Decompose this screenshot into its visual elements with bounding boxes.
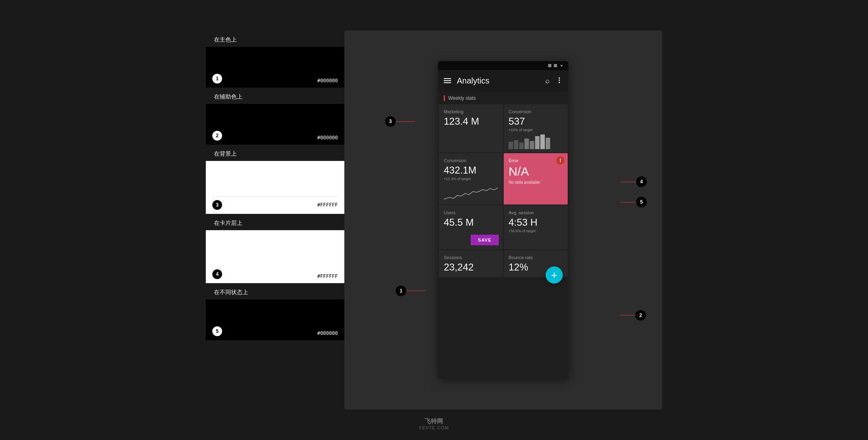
stat-label-conversion1: Conversion [509,109,563,114]
stat-subtitle-avg-session: +56.6% of target [509,229,563,233]
stat-card-avg-session: Avg. session 4:53 H +56.6% of target [504,205,568,249]
swatch-label-1: 在主色上 [206,31,344,47]
fab-button[interactable]: + [546,266,563,284]
swatch-hex-2: #000000 [317,135,338,141]
right-panel: ▼ Analytics ⌕ ︙ [344,31,662,409]
annotation-line-4 [621,182,637,182]
line-chart [444,183,498,201]
stat-value-conversion1: 537 [509,116,563,127]
annotation-5: 5 [636,197,647,207]
stat-subtitle-conversion1: +22% of target [509,128,563,132]
hamburger-icon[interactable] [444,78,451,83]
swatch-section-2: 在辅助色上 2 #000000 [206,88,344,145]
bar-3 [519,143,524,149]
stat-value-sessions: 23,242 [444,262,498,273]
swatch-bg-4: 4 #FFFFFF [206,230,344,283]
swatch-number-5: 5 [212,326,222,336]
stat-card-users: Users 45.5 M SAVE [439,205,503,249]
status-bar: ▼ [438,61,568,70]
save-button[interactable]: SAVE [471,235,499,245]
stat-card-conversion1: Conversion 537 +22% of target [504,104,568,152]
status-icon-triangle: ▼ [560,64,564,68]
bar-7 [540,134,545,149]
swatch-bg-3: 3 #FFFFFF [206,161,344,214]
stat-value-marketing: 123.4 M [444,116,498,127]
status-icon-square2 [554,64,557,67]
swatch-hex-4: #FFFFFF [317,273,338,279]
swatch-hex-1: #000000 [317,78,338,84]
swatch-hex-5: #000000 [317,330,338,336]
swatch-bg-5: 5 #000000 [206,299,344,340]
swatch-divider-3 [212,196,338,197]
stat-card-bounce: Bounce rate 12% + [504,250,568,277]
stats-grid: Marketing 123.4 M Conversion 537 +22% of… [438,104,568,205]
watermark: 飞特网 FEVTE.COM [419,418,449,430]
watermark-logo: 飞特网 [419,418,449,425]
stat-value-avg-session: 4:53 H [509,217,563,228]
bar-chart [509,134,563,149]
swatch-number-2: 2 [212,131,222,141]
bar-1 [509,142,513,149]
swatch-section-5: 在不同状态上 5 #000000 [206,283,344,340]
app-title: Analytics [457,76,540,86]
annotation-3: 3 [385,116,396,127]
swatch-number-3: 3 [212,200,222,210]
stat-label-avg-session: Avg. session [509,210,563,215]
more-icon[interactable]: ︙ [555,77,563,85]
stat-label-conversion2: Conversion [444,158,498,163]
annotation-line-1 [405,290,426,291]
stat-value-users: 45.5 M [444,217,498,228]
stat-label-marketing: Marketing [444,109,498,114]
status-icon-square1 [548,64,551,67]
search-icon[interactable]: ⌕ [545,77,550,85]
swatch-section-1: 在主色上 1 #000000 [206,31,344,88]
swatch-label-3: 在背景上 [206,145,344,161]
stats-grid-row2: Users 45.5 M SAVE Avg. session 4:53 H +5… [438,205,568,249]
section-header: Weekly stats [438,91,568,104]
swatch-bg-1: 1 #000000 [206,47,344,88]
stat-value-error: N/A [509,165,563,178]
section-header-text: Weekly stats [448,95,476,101]
left-panel: 在主色上 1 #000000 在辅助色上 2 #000000 在背景上 [206,31,344,409]
swatch-label-4: 在卡片层上 [206,214,344,230]
stat-value-conversion2: 432.1M [444,165,498,176]
swatch-section-3: 在背景上 3 #FFFFFF [206,145,344,214]
annotation-line-5 [621,202,637,202]
app-bar: Analytics ⌕ ︙ [438,70,568,91]
stat-label-bounce: Bounce rate [509,255,563,260]
content-area: Weekly stats Marketing 123.4 M Conversio… [438,91,568,379]
bar-6 [535,136,540,149]
stat-card-conversion2: Conversion 432.1M +12.3% of target [439,153,503,205]
bar-2 [514,140,518,149]
phone-frame: ▼ Analytics ⌕ ︙ [438,61,568,379]
bar-5 [530,141,534,149]
swatch-bg-2: 2 #000000 [206,104,344,145]
annotation-1: 1 [396,286,406,296]
stat-label-users: Users [444,210,498,215]
bar-4 [524,139,529,149]
stat-card-error: ! Error N/A No data available [504,153,568,205]
stats-grid-row3: Sessions 23,242 Bounce rate 12% + [438,250,568,277]
stat-label-error: Error [509,158,563,163]
annotation-4: 4 [636,176,647,187]
error-icon: ! [556,156,564,165]
annotation-line-2 [620,315,636,315]
swatch-number-4: 4 [212,269,222,279]
stat-label-sessions: Sessions [444,255,498,260]
stat-subtitle-error: No data available [509,180,563,185]
swatch-label-2: 在辅助色上 [206,88,344,104]
annotation-2: 2 [635,310,646,321]
stat-subtitle-conversion2: +12.3% of target [444,177,498,181]
swatch-hex-3: #FFFFFF [317,202,338,208]
swatch-number-1: 1 [212,74,222,84]
swatch-section-4: 在卡片层上 4 #FFFFFF [206,214,344,283]
annotation-line-3 [395,121,415,122]
watermark-url: FEVTE.COM [419,425,449,430]
stat-card-sessions: Sessions 23,242 [439,250,503,277]
section-header-line [444,95,445,101]
swatch-label-5: 在不同状态上 [206,283,344,299]
bar-8 [546,138,550,149]
stat-card-marketing: Marketing 123.4 M [439,104,503,152]
